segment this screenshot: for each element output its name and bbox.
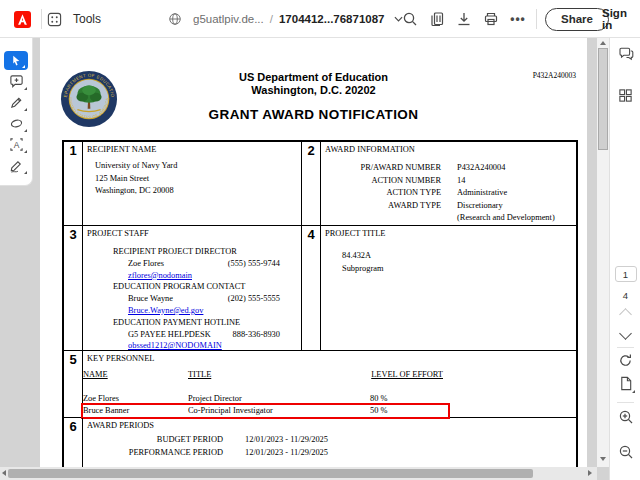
rotate-page-button[interactable] xyxy=(610,353,640,368)
staff-phone: (202) 555-5555 xyxy=(228,293,280,305)
staff-email-link[interactable]: obssed1212@NODOMAIN xyxy=(128,341,222,350)
recipient-line: Washington, DC 20008 xyxy=(95,185,177,198)
breadcrumb-separator: / xyxy=(270,13,273,25)
field-value: Administrative xyxy=(457,187,555,200)
section-label: PROJECT STAFF xyxy=(87,228,301,239)
tools-label: Tools xyxy=(73,12,101,26)
divider xyxy=(617,347,634,348)
section-project-title: 4 PROJECT TITLE 84.432A Subprogram xyxy=(301,226,576,350)
document-header: US Department of Education Washington, D… xyxy=(40,71,587,97)
acrobat-logo-icon[interactable] xyxy=(10,7,34,31)
period-label: BUDGET PERIOD xyxy=(83,434,223,447)
next-page-button[interactable] xyxy=(610,329,640,338)
header-line2: Washington, D.C. 20202 xyxy=(40,84,587,97)
add-comment-tool[interactable] xyxy=(4,71,28,91)
total-pages-label: 4 xyxy=(610,290,640,301)
zoom-in-button[interactable] xyxy=(610,409,640,425)
comments-panel-button[interactable] xyxy=(610,46,640,62)
section-number: 3 xyxy=(64,226,83,350)
column-header-name: NAME xyxy=(83,369,188,381)
section-recipient-name: 1 RECIPIENT NAME University of Navy Yard… xyxy=(64,142,301,225)
column-header-title: TITLE xyxy=(188,369,370,381)
field-label: PR/AWARD NUMBER xyxy=(321,162,441,175)
person-name: Bruce Banner xyxy=(83,405,188,417)
period-label: PERFORMANCE PERIOD xyxy=(83,447,223,460)
zoom-out-button[interactable] xyxy=(610,444,640,460)
current-page-input[interactable]: 1 xyxy=(610,266,640,282)
breadcrumb[interactable]: g5uatlpiv.de... / 1704412...76871087 xyxy=(163,0,411,38)
select-tool[interactable] xyxy=(4,50,28,70)
vertical-scrollbar[interactable] xyxy=(597,38,609,467)
print-icon[interactable] xyxy=(479,7,503,31)
more-options-icon[interactable]: ••• xyxy=(506,7,530,31)
scroll-right-arrow[interactable] xyxy=(588,470,592,476)
key-personnel-row-highlighted: Bruce Banner Co-Principal Investigator 5… xyxy=(83,405,448,417)
field-value: (Research and Development) xyxy=(457,212,555,225)
column-header-effort: LEVEL OF EFFORT xyxy=(370,369,448,381)
staff-name: Zoe Flores xyxy=(128,258,164,270)
tools-menu[interactable]: Tools xyxy=(42,0,101,38)
staff-group-heading: EDUCATION PAYMENT HOTLINE xyxy=(83,317,298,329)
field-value: 14 xyxy=(457,175,555,188)
oval-tool[interactable] xyxy=(4,113,28,133)
previous-page-button[interactable] xyxy=(610,310,640,319)
section-number: 4 xyxy=(302,226,321,350)
section-award-periods: 6 AWARD PERIODS BUDGET PERIOD12/01/2023 … xyxy=(64,418,576,467)
svg-text:A: A xyxy=(13,139,19,149)
vertical-scroll-thumb[interactable] xyxy=(598,48,608,150)
section-award-information: 2 AWARD INFORMATION PR/AWARD NUMBERP432A… xyxy=(301,142,576,225)
page-view-options-button[interactable] xyxy=(610,376,640,391)
period-value: 12/01/2023 - 11/29/2025 xyxy=(245,447,328,460)
download-icon[interactable] xyxy=(452,7,476,31)
divider xyxy=(536,9,537,29)
field-label: ACTION TYPE xyxy=(321,187,441,200)
organize-pages-icon[interactable] xyxy=(425,7,449,31)
staff-name: Bruce Wayne xyxy=(128,293,173,305)
person-title: Co-Principal Investigator xyxy=(188,405,370,417)
award-number-stamp: P432A240003 xyxy=(533,71,576,80)
section-label: KEY PERSONNEL xyxy=(87,353,576,364)
key-personnel-row: Zoe Flores Project Director 80 % xyxy=(83,393,448,405)
field-label: ACTION NUMBER xyxy=(321,175,441,188)
divider xyxy=(617,402,634,403)
left-tool-rail: A xyxy=(0,38,33,186)
right-tool-panel: 1 4 xyxy=(609,38,640,480)
share-button[interactable]: Share xyxy=(545,8,609,31)
field-value: P432A240004 xyxy=(457,162,555,175)
sign-in-button[interactable]: Sign in xyxy=(602,7,640,31)
search-icon[interactable] xyxy=(398,7,422,31)
staff-phone: (555) 555-9744 xyxy=(228,258,280,270)
section-label: AWARD INFORMATION xyxy=(325,144,576,155)
staff-email-link[interactable]: Bruce.Wayne@ed.gov xyxy=(128,306,203,315)
recipient-line: University of Navy Yard xyxy=(95,160,177,173)
horizontal-scroll-thumb[interactable] xyxy=(8,469,533,478)
section-number: 6 xyxy=(64,418,83,467)
section-number: 5 xyxy=(64,351,83,417)
person-effort: 80 % xyxy=(370,393,448,405)
staff-group-heading: RECIPIENT PROJECT DIRECTOR xyxy=(83,246,298,258)
section-number: 2 xyxy=(302,142,321,225)
section-label: AWARD PERIODS xyxy=(87,420,576,431)
staff-name: G5 PAYEE HELPDESK xyxy=(128,329,211,341)
project-title-line: 84.432A xyxy=(342,250,383,263)
pdf-page: DEPARTMENT OF EDUCATION UNITED STATES OF… xyxy=(40,38,587,467)
section-key-personnel: 5 KEY PERSONNEL NAME TITLE LEVEL OF EFFO… xyxy=(64,351,576,417)
scroll-up-arrow[interactable] xyxy=(600,41,606,45)
tools-grid-icon xyxy=(42,7,66,31)
recipient-line: 125 Main Street xyxy=(95,173,177,186)
breadcrumb-site: g5uatlpiv.de... xyxy=(193,13,264,25)
staff-email-link[interactable]: zflores@nodomain xyxy=(128,271,192,280)
header-line1: US Department of Education xyxy=(40,71,587,84)
person-effort: 50 % xyxy=(370,405,448,417)
horizontal-scrollbar[interactable] xyxy=(0,467,597,480)
thumbnails-panel-button[interactable] xyxy=(610,88,640,103)
section-label: RECIPIENT NAME xyxy=(87,144,301,155)
document-viewport: DEPARTMENT OF EDUCATION UNITED STATES OF… xyxy=(0,38,597,467)
document-title: 1704412...76871087 xyxy=(279,13,385,25)
text-box-tool[interactable]: A xyxy=(4,134,28,154)
scroll-left-arrow[interactable] xyxy=(2,470,6,476)
fill-sign-tool[interactable] xyxy=(4,155,28,175)
page-title: GRANT AWARD NOTIFICATION xyxy=(40,107,587,122)
scroll-down-arrow[interactable] xyxy=(600,457,606,461)
draw-tool[interactable] xyxy=(4,92,28,112)
